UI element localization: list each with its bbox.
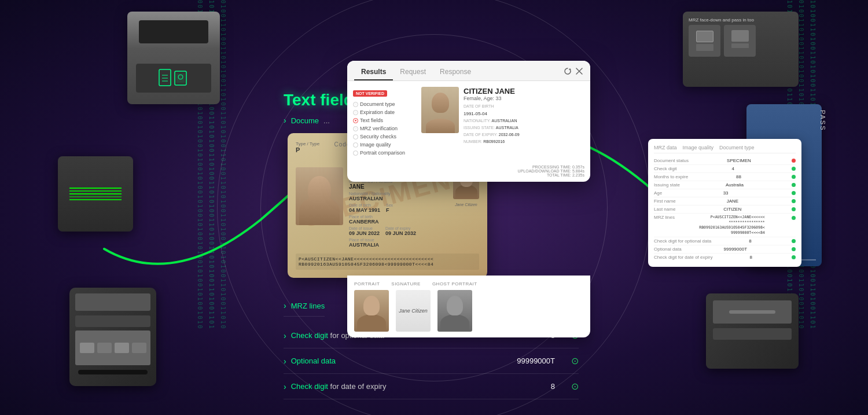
data-row-mrz-lines: MRZ lines P<AUSCITIZEN<<JANE<<<<<< *****… — [654, 214, 796, 237]
data-row-optional-data: Optional data 99999000T — [654, 245, 796, 254]
data-row-first-name: First name JANE — [654, 197, 796, 205]
expand-arrow-optional: › — [284, 357, 286, 366]
expand-arrow-mrz: › — [284, 301, 286, 310]
data-row-months-expire: Months to expire 88 — [654, 173, 796, 181]
data-panel: MRZ data Image quality Document type Doc… — [648, 139, 801, 267]
check-security: Security checks — [353, 133, 417, 141]
data-row-check-digit: Check digit 4 — [654, 165, 796, 173]
person-info: CITIZEN JANE Female, Age: 33 DATE OF BIR… — [464, 87, 584, 157]
bottom-item-check-expiry[interactable]: › Check digit for date of expiry 8 ⊙ — [284, 374, 579, 399]
panel-body: NOT VERIFIED ○ Document type ○ Expiratio… — [347, 81, 590, 163]
card-reader-device — [69, 288, 156, 386]
check-mrz: ○ MRZ verification — [353, 124, 417, 133]
data-row-age: Age 33 — [654, 189, 796, 197]
svg-rect-0 — [159, 69, 171, 86]
check-text-fields: ● Text fields — [353, 116, 417, 124]
thumb-signature: Jane Citizen — [396, 290, 431, 332]
data-row-issuing-state: Issuing state Australia — [654, 181, 796, 189]
thumb-ghost — [437, 290, 472, 332]
data-tab-image[interactable]: Image quality — [683, 145, 714, 150]
graphic-fields-panel: PORTRAIT SIGNATURE GHOST PORTRAIT Jane C… — [347, 276, 590, 337]
person-details: DATE OF BIRTH 1991-05-04 NATIONALITY: AU… — [464, 103, 584, 145]
graphic-thumbs: Jane Citizen — [354, 290, 583, 332]
thumb-portrait — [354, 290, 389, 332]
expand-arrow-check-expiry: › — [284, 382, 286, 391]
check-expiration: ○ Expiration date — [353, 108, 417, 116]
top-right-device: MRZ face-down and pass in too — [683, 12, 799, 87]
barcode-scanner-device — [58, 156, 133, 232]
bottom-right-device — [706, 293, 799, 369]
not-verified-badge: NOT VERIFIED — [353, 90, 387, 97]
scanner-device-top-left — [127, 12, 243, 127]
tab-results[interactable]: Results — [354, 64, 393, 80]
document-expand[interactable]: › Docume... — [284, 116, 330, 125]
bottom-item-optional-data[interactable]: › Optional data 99999000T ⊙ — [284, 348, 579, 374]
data-row-last-name: Last name CITIZEN — [654, 205, 796, 214]
close-icon[interactable] — [575, 67, 583, 75]
refresh-icon[interactable] — [564, 67, 572, 75]
data-row-document-status: Document status SPECIMEN — [654, 157, 796, 165]
passport-mrz: P<AUSCITIZEN<<JANE<<<<<<<<<<<<<<<<<<<<<<… — [296, 254, 479, 270]
passport-photo — [296, 167, 343, 248]
check-portrait: Portrait comparison — [353, 149, 417, 157]
tab-request[interactable]: Request — [393, 64, 433, 80]
graphic-fields-header: PORTRAIT SIGNATURE GHOST PORTRAIT — [354, 281, 583, 287]
expand-arrow-check-optional: › — [284, 331, 286, 340]
checks-sidebar: NOT VERIFIED ○ Document type ○ Expiratio… — [353, 87, 417, 157]
person-photo — [421, 87, 459, 133]
data-row-check-optional: Check digit for optional data 8 — [654, 237, 796, 245]
check-expiry-value: 8 — [551, 382, 555, 391]
data-panel-tabs: MRZ data Image quality Document type — [654, 145, 796, 153]
data-row-check-expiry: Check digit for date of expiry 8 — [654, 254, 796, 261]
results-panel: Results Request Response NOT VERIFIED ○ … — [347, 61, 590, 182]
mrz-label: MRZ lines — [291, 302, 325, 310]
panel-tabs: Results Request Response — [347, 61, 590, 81]
check-image-quality: Image quality — [353, 141, 417, 149]
timing-info: PROCESSING TIME: 0.357s UPLOAD/DOWNLOAD … — [347, 163, 590, 182]
mrz-lines-section[interactable]: › MRZ lines — [284, 295, 325, 317]
check-document-type: ○ Document type — [353, 100, 417, 108]
person-gender-age: Female, Age: 33 — [464, 96, 584, 101]
data-tab-mrz[interactable]: MRZ data — [654, 145, 677, 150]
tab-response[interactable]: Response — [433, 64, 478, 80]
check-expiry-label: Check digit for date of expiry — [291, 382, 387, 391]
check-expiry-checkmark: ⊙ — [571, 381, 579, 392]
optional-data-value: 99999000T — [517, 357, 555, 365]
expand-arrow-doc: › — [284, 116, 286, 125]
document-label: Docume — [291, 116, 319, 125]
optional-data-label: Optional data — [291, 357, 336, 365]
data-tab-doctype[interactable]: Document type — [719, 145, 755, 150]
person-name: CITIZEN JANE — [464, 87, 584, 96]
optional-data-checkmark: ⊙ — [571, 355, 579, 366]
